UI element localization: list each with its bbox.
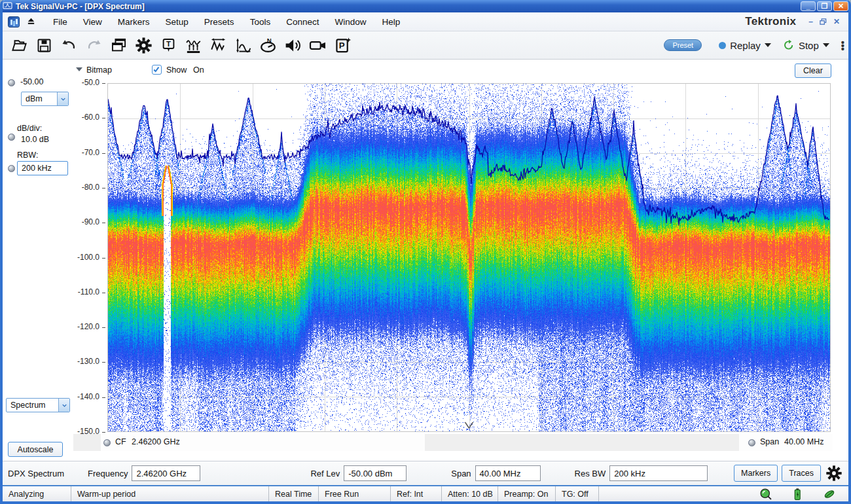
y-axis-tick-label: -90.0: [69, 217, 100, 226]
res-bw-label: Res BW: [575, 469, 606, 478]
status-bar: Analyzing Warm-up period Real Time Free …: [3, 485, 848, 501]
redo-button[interactable]: [81, 34, 106, 56]
y-axis-tick-mark: [102, 397, 105, 398]
app-icon[interactable]: [8, 16, 20, 27]
replay-indicator-icon: [719, 42, 726, 49]
replay-button[interactable]: Replay: [730, 40, 761, 51]
cf-label: CF: [115, 437, 126, 446]
eject-icon[interactable]: [26, 17, 36, 26]
battery-status-icon[interactable]: [791, 488, 804, 501]
ref-lev-input[interactable]: -50.00 dBm: [344, 465, 407, 481]
y-axis-tick-mark: [102, 83, 105, 84]
markers-button[interactable]: Markers: [734, 465, 778, 482]
open-button[interactable]: [7, 34, 31, 56]
show-state-value: On: [193, 65, 204, 75]
overflow-menu-button[interactable]: •••: [841, 41, 844, 50]
settings-button[interactable]: [131, 34, 156, 56]
menu-item-window[interactable]: Window: [328, 14, 372, 29]
frequency-label: Frequency: [88, 469, 128, 478]
maximize-button[interactable]: ❐: [817, 1, 832, 11]
spectrum-plot[interactable]: [107, 83, 831, 432]
ref-lev-label: Ref Lev: [310, 469, 340, 478]
span-label: Span: [451, 469, 471, 478]
menu-item-help[interactable]: Help: [375, 14, 407, 29]
menu-item-setup[interactable]: Setup: [159, 14, 195, 29]
unit-select[interactable]: dBm: [21, 92, 69, 106]
y-axis-tick-label: -80.0: [69, 183, 100, 192]
leaf-status-icon[interactable]: [822, 488, 837, 501]
frequency-analysis-button[interactable]: [230, 34, 255, 56]
y-axis-tick-label: -70.0: [69, 148, 100, 157]
show-checkbox[interactable]: [152, 65, 162, 75]
span-readout-value[interactable]: 40.00 MHz: [784, 437, 824, 446]
minimize-button[interactable]: _: [801, 1, 816, 11]
autoscale-button[interactable]: Autoscale: [8, 442, 63, 457]
chevron-down-icon: [57, 92, 68, 105]
display-settings-button[interactable]: [825, 464, 843, 482]
rbw-label: RBW:: [17, 151, 38, 160]
mdi-minimize-button[interactable]: –: [805, 17, 816, 26]
n-dial-icon: N: [259, 36, 278, 55]
status-tg: TG: Off: [556, 486, 599, 501]
frequency-readout-row: CF 2.46200 GHz Span 40.00 MHz: [73, 434, 833, 451]
y-axis-tick-label: -50.0: [69, 78, 100, 87]
acquisition-button[interactable]: N: [255, 34, 280, 56]
trace-type-select[interactable]: Spectrum: [6, 398, 70, 412]
window-icon: [3, 2, 12, 11]
traces-button[interactable]: Traces: [782, 465, 821, 482]
rbw-knob-icon[interactable]: [8, 165, 15, 172]
bitmap-collapse-chevron-icon[interactable]: [76, 67, 82, 71]
capture-button[interactable]: [305, 34, 330, 56]
gear-icon: [825, 464, 843, 482]
db-div-value[interactable]: 10.0 dB: [21, 135, 49, 144]
amplitude-button[interactable]: [206, 34, 230, 56]
db-div-knob-icon[interactable]: [8, 134, 15, 141]
y-axis-tick-label: -100.0: [69, 253, 100, 262]
span-input[interactable]: 40.00 MHz: [475, 465, 541, 481]
save-button[interactable]: [31, 34, 56, 56]
status-message: Warm-up period: [71, 486, 269, 501]
rbw-input[interactable]: 200 kHz: [17, 161, 68, 175]
mdi-restore-button[interactable]: [816, 18, 830, 26]
stop-button[interactable]: Stop: [799, 40, 819, 51]
folder-open-icon: [10, 37, 28, 54]
menu-item-presets[interactable]: Presets: [198, 14, 241, 29]
audio-button[interactable]: [280, 34, 305, 56]
ref-level-knob-icon[interactable]: [8, 79, 15, 86]
menu-item-connect[interactable]: Connect: [280, 14, 325, 29]
displays-button[interactable]: [106, 34, 131, 56]
spectrogram-button[interactable]: [181, 34, 206, 56]
close-button[interactable]: ✕: [833, 1, 848, 11]
text-tag-icon: T: [160, 37, 177, 54]
toolbar: T N P Preset Replay Stop •••: [3, 31, 848, 60]
cf-knob-icon[interactable]: [103, 439, 111, 446]
stop-chevron-icon[interactable]: [823, 43, 829, 47]
frequency-input[interactable]: 2.46200 GHz: [132, 465, 200, 481]
title-bar: Tek SignalVu-PC - [DPX Spectrum] _ ❐ ✕: [0, 0, 851, 12]
undo-button[interactable]: [56, 34, 81, 56]
antenna-status-icon[interactable]: [759, 488, 772, 501]
cf-value[interactable]: 2.46200 GHz: [132, 437, 180, 446]
replay-chevron-icon[interactable]: [765, 43, 771, 47]
menu-item-view[interactable]: View: [77, 14, 109, 29]
redo-icon: [85, 37, 103, 54]
presets-button[interactable]: P: [330, 34, 355, 56]
status-ref: Ref: Int: [391, 486, 442, 501]
span-knob-icon[interactable]: [748, 439, 755, 446]
text-marker-button[interactable]: T: [156, 34, 181, 56]
y-axis-tick-mark: [102, 153, 105, 154]
dpx-bitmap-canvas[interactable]: [108, 84, 830, 431]
preset-pill-button[interactable]: Preset: [664, 39, 702, 51]
clear-button[interactable]: Clear: [795, 63, 831, 78]
camera-icon: [308, 36, 327, 55]
windows-icon: [110, 37, 128, 54]
menu-item-file[interactable]: File: [46, 14, 74, 29]
menu-item-tools[interactable]: Tools: [244, 14, 278, 29]
chevron-down-icon: [58, 399, 69, 412]
res-bw-input[interactable]: 200 kHz: [609, 465, 708, 481]
ref-level-value[interactable]: -50.00: [20, 77, 43, 86]
panel-title: DPX Spectrum: [8, 469, 81, 478]
menu-item-markers[interactable]: Markers: [111, 14, 156, 29]
mdi-close-button[interactable]: ✕: [830, 17, 843, 26]
y-axis-tick-label: -140.0: [69, 392, 100, 401]
